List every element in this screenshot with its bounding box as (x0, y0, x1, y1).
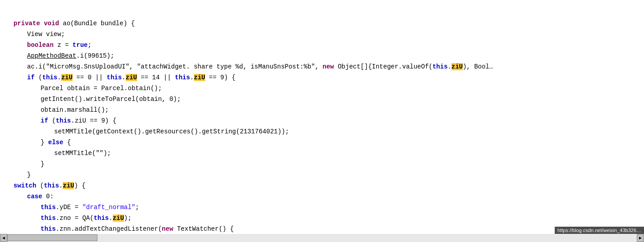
code-line: this.znn.addTextChangedListener(new Text… (0, 224, 644, 234)
code-token: this (432, 63, 448, 70)
code-token: true (73, 41, 88, 49)
code-token: AppMethodBeat (27, 52, 76, 59)
url-overlay: https://blog.csdn.net/weixin_43b326… (555, 227, 644, 234)
code-token: TextWatcher() { (177, 225, 234, 233)
code-line: setMMTitle(""); (0, 148, 644, 159)
code-token: ziU (194, 74, 205, 81)
code-line: AppMethodBeat.i(99615); (0, 50, 644, 61)
code-token: case (27, 193, 46, 200)
code-token: new (322, 63, 338, 70)
code-line: if (this.ziU == 0 || this.ziU == 14 || t… (0, 72, 644, 83)
code-token: == 0 || (73, 74, 107, 81)
code-token: 0: (46, 193, 54, 200)
code-token: . (57, 74, 61, 81)
code-token: == 14 || (137, 74, 175, 81)
code-token: ; (87, 41, 91, 49)
code-token: void (44, 20, 63, 27)
code-token: if (27, 74, 38, 81)
code-token: new (162, 225, 177, 233)
code-line: ac.i("MicroMsg.SnsUploadUI", "attachWidg… (0, 61, 644, 72)
code-token: . (59, 182, 63, 189)
code-token: ), Bool… (463, 63, 493, 70)
code-token: .zno = QA( (56, 215, 94, 222)
code-token: this (41, 204, 56, 211)
code-token: "draft_normal" (82, 204, 135, 211)
code-token: ziU (113, 215, 124, 222)
code-token: private (14, 20, 44, 27)
code-token: ziU (451, 63, 463, 70)
code-token: ac.i("MicroMsg.SnsUploadUI", "attachWidg… (27, 63, 322, 70)
code-container: private void ao(Bundle bundle) {View vie… (0, 0, 644, 242)
code-token: .znn.addTextChangedListener( (56, 225, 162, 233)
code-token: .yDE = (56, 204, 83, 211)
code-line: switch (this.ziU) { (0, 180, 644, 191)
code-token: if (41, 117, 52, 124)
code-token: this (56, 117, 71, 124)
code-token: obtain.marshall(); (41, 106, 109, 114)
code-token: } (41, 160, 44, 168)
code-token: switch (14, 182, 40, 189)
code-token: this (41, 225, 56, 233)
code-token: View view; (27, 31, 65, 38)
code-token: this (175, 74, 190, 81)
code-token: z = (57, 41, 73, 49)
code-token: . (122, 74, 125, 81)
code-line: View view; (0, 29, 644, 40)
code-token: { (67, 139, 71, 146)
code-token: this (42, 74, 58, 81)
scrollbar[interactable]: ◀ ▶ (0, 234, 644, 242)
code-token: this (41, 215, 56, 222)
code-line: } (0, 159, 644, 169)
code-token: ( (52, 117, 55, 124)
code-line: getIntent().writeToParcel(obtain, 0); (0, 94, 644, 105)
code-token: } (27, 171, 31, 178)
code-token: setMMTitle(""); (54, 150, 111, 157)
code-token: == 9) { (205, 74, 235, 81)
code-token: else (48, 139, 67, 146)
code-token: getIntent().writeToParcel(obtain, 0); (41, 96, 181, 103)
code-token: .ziU == 9) { (71, 117, 116, 124)
code-token: ) { (74, 182, 85, 189)
code-line: boolean z = true; (0, 40, 644, 50)
scroll-left-button[interactable]: ◀ (0, 234, 7, 242)
code-area: private void ao(Bundle bundle) {View vie… (0, 0, 644, 234)
code-token: this (106, 74, 122, 81)
code-token: } (41, 139, 48, 146)
code-token: ( (40, 182, 44, 189)
code-token: . (109, 215, 112, 222)
code-line: this.zno = QA(this.ziU); (0, 213, 644, 224)
code-token: Parcel obtain = Parcel.obtain(); (41, 85, 162, 92)
code-token: ziU (126, 74, 137, 81)
code-line: Parcel obtain = Parcel.obtain(); (0, 83, 644, 94)
code-line: obtain.marshall(); (0, 105, 644, 115)
code-line: setMMTitle(getContext().getResources().g… (0, 126, 644, 137)
code-token: setMMTitle(getContext().getResources().g… (54, 128, 289, 135)
code-token: ; (135, 204, 139, 211)
code-line: if (this.ziU == 9) { (0, 115, 644, 126)
code-token: Object[]{Integer.valueOf( (338, 63, 432, 70)
code-token: boolean (27, 41, 57, 49)
code-token: this (94, 215, 109, 222)
scroll-track[interactable] (7, 234, 637, 242)
code-line: private void ao(Bundle bundle) { (0, 18, 644, 29)
code-token: this (44, 182, 59, 189)
code-line: this.yDE = "draft_normal"; (0, 202, 644, 213)
code-token: . (448, 63, 451, 70)
code-token: ziU (61, 74, 73, 81)
code-token: . (190, 74, 193, 81)
code-token: ( (38, 74, 42, 81)
code-token: .i(99615); (76, 52, 114, 59)
code-line: } (0, 169, 644, 180)
code-token: ); (124, 215, 132, 222)
code-token: ziU (63, 182, 74, 189)
scroll-thumb[interactable] (7, 234, 97, 241)
scroll-right-button[interactable]: ▶ (637, 234, 644, 242)
code-line: case 0: (0, 191, 644, 202)
code-line: } else { (0, 137, 644, 148)
code-token: ao(Bundle bundle) { (63, 20, 135, 27)
